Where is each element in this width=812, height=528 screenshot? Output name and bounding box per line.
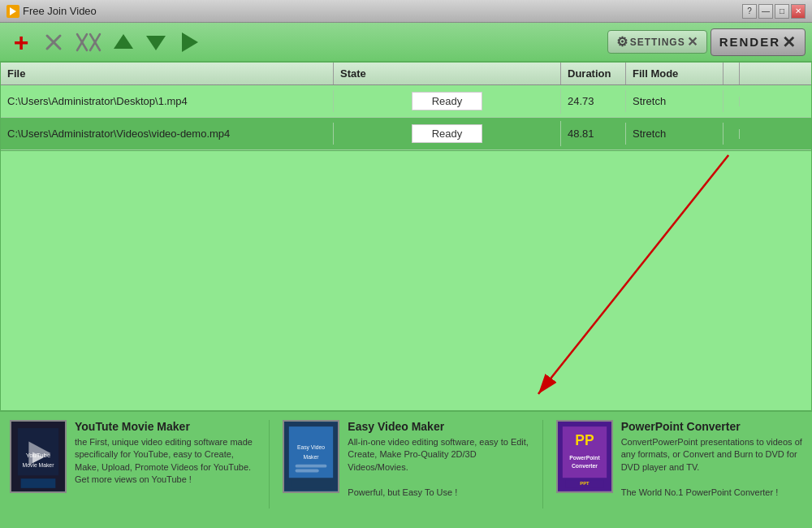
play-icon	[177, 31, 200, 54]
promo-thumb-3: PP PowerPoint Converter PPT	[556, 420, 613, 493]
x-icon	[44, 32, 63, 52]
extra-2	[723, 129, 740, 139]
move-up-button[interactable]	[109, 28, 138, 57]
promo-area: YouTube Movie Maker YouTute Movie Maker …	[0, 411, 812, 517]
render-button[interactable]: RENDER ✕	[710, 28, 806, 56]
close-button[interactable]: ✕	[791, 4, 806, 19]
file-path-2: C:\Users\Administrator\Videos\video-demo…	[1, 123, 334, 145]
promo-item-1[interactable]: YouTube Movie Maker YouTute Movie Maker …	[10, 420, 256, 509]
promo-divider-2	[542, 420, 543, 509]
duration-1: 24.73	[561, 90, 626, 112]
svg-rect-14	[18, 428, 58, 475]
svg-marker-10	[182, 32, 198, 52]
window-controls: ? — □ ✕	[742, 4, 806, 19]
table-row[interactable]: C:\Users\Administrator\Desktop\1.mp4 Rea…	[1, 85, 811, 118]
promo-divider-1	[269, 420, 270, 509]
maximize-button[interactable]: □	[775, 4, 789, 19]
title-bar: Free Join Video ? — □ ✕	[0, 0, 812, 23]
gear-icon: ⚙	[616, 34, 628, 50]
table-header: File State Duration Fill Mode	[1, 63, 811, 85]
app-icon	[6, 5, 19, 18]
help-button[interactable]: ?	[742, 4, 757, 19]
minimize-button[interactable]: —	[758, 4, 773, 19]
svg-text:PP: PP	[575, 432, 594, 448]
table-row[interactable]: C:\Users\Administrator\Videos\video-demo…	[1, 118, 811, 150]
state-cell-1: Ready	[334, 89, 561, 114]
promo-title-3: PowerPoint Converter	[621, 420, 802, 433]
up-arrow-icon	[112, 31, 135, 54]
svg-text:Converter: Converter	[572, 463, 598, 469]
file-table: File State Duration Fill Mode C:\Users\A…	[0, 62, 812, 151]
render-label: RENDER	[719, 35, 780, 49]
add-button[interactable]: +	[6, 28, 36, 57]
play-button[interactable]	[174, 28, 203, 57]
promo-content-1: YouTute Movie Maker the First, unique vi…	[75, 420, 256, 487]
svg-text:Movie Maker: Movie Maker	[23, 462, 55, 468]
toolbar: + ⚙ SETTINGS ✕	[0, 23, 812, 62]
svg-line-12	[538, 155, 728, 394]
title-bar-left: Free Join Video	[6, 5, 97, 18]
svg-marker-9	[146, 36, 166, 50]
svg-rect-24	[296, 465, 327, 468]
state-badge-2: Ready	[412, 124, 483, 143]
fill-mode-1: Stretch	[626, 90, 723, 112]
promo-desc-2: All-in-one video editing software, easy …	[348, 436, 529, 499]
promo-title-1: YouTute Movie Maker	[75, 420, 256, 433]
svg-marker-8	[114, 34, 133, 49]
settings-x-icon: ✕	[687, 34, 698, 50]
col-file: File	[1, 63, 334, 84]
down-arrow-icon	[145, 31, 167, 54]
extra-1	[723, 97, 740, 106]
arrow-annotation	[1, 151, 811, 410]
settings-label: SETTINGS	[630, 37, 685, 48]
move-down-button[interactable]	[141, 28, 171, 57]
state-cell-2: Ready	[334, 121, 561, 146]
remove-button[interactable]	[39, 28, 68, 57]
promo-title-2: Easy Video Maker	[348, 420, 529, 433]
remove-all-button[interactable]	[71, 28, 106, 57]
file-path-1: C:\Users\Administrator\Desktop\1.mp4	[1, 90, 334, 112]
content-area	[0, 151, 812, 411]
col-fill-mode: Fill Mode	[626, 63, 723, 84]
fill-mode-2: Stretch	[626, 123, 723, 145]
duration-2: 48.81	[561, 123, 626, 145]
col-state: State	[334, 63, 561, 84]
svg-text:Easy Video: Easy Video	[297, 444, 325, 451]
render-x-icon: ✕	[782, 32, 797, 52]
promo-content-2: Easy Video Maker All-in-one video editin…	[348, 420, 529, 499]
svg-rect-15	[21, 478, 56, 488]
promo-desc-1: the First, unique video editing software…	[75, 436, 256, 487]
promo-content-3: PowerPoint Converter ConvertPowerPoint p…	[621, 420, 802, 499]
promo-thumb-2: Easy Video Maker	[283, 420, 339, 493]
svg-text:PowerPoint: PowerPoint	[569, 455, 600, 461]
add-icon: +	[14, 29, 29, 55]
state-badge-1: Ready	[412, 92, 483, 110]
col-duration: Duration	[561, 63, 626, 84]
promo-thumb-1: YouTube Movie Maker	[10, 420, 67, 493]
promo-item-2[interactable]: Easy Video Maker Easy Video Maker All-in…	[283, 420, 529, 509]
svg-text:PPT: PPT	[580, 481, 590, 486]
settings-button[interactable]: ⚙ SETTINGS ✕	[607, 30, 707, 54]
svg-rect-21	[292, 480, 330, 488]
col-extra	[723, 63, 740, 84]
promo-desc-3: ConvertPowerPoint presentations to video…	[621, 436, 802, 499]
svg-text:Maker: Maker	[304, 454, 320, 460]
xx-icon	[76, 32, 102, 52]
window-title: Free Join Video	[23, 5, 97, 17]
promo-item-3[interactable]: PP PowerPoint Converter PPT PowerPoint C…	[556, 420, 802, 509]
svg-rect-25	[296, 470, 319, 473]
